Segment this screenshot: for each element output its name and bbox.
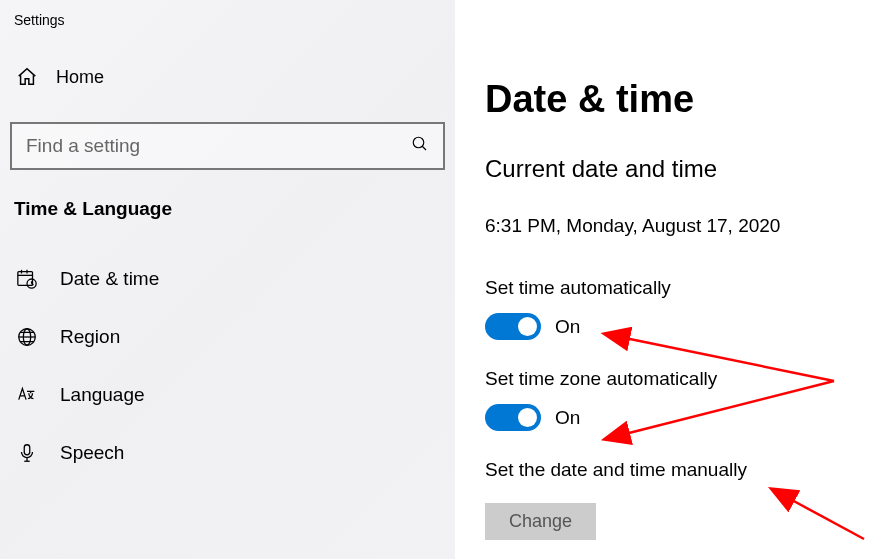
section-heading: Current date and time	[485, 155, 870, 183]
sidebar-item-date-time[interactable]: Date & time	[10, 250, 445, 308]
sidebar-item-language[interactable]: Language	[10, 366, 445, 424]
set-zone-auto-toggle[interactable]	[485, 404, 541, 431]
change-button[interactable]: Change	[485, 503, 596, 540]
sidebar-item-region[interactable]: Region	[10, 308, 445, 366]
svg-point-0	[413, 137, 424, 148]
set-time-auto-label: Set time automatically	[485, 277, 870, 299]
svg-rect-12	[24, 445, 30, 455]
language-icon	[16, 384, 38, 406]
sidebar-item-speech[interactable]: Speech	[10, 424, 445, 482]
sidebar-item-label: Language	[60, 384, 145, 406]
page-title: Date & time	[485, 78, 870, 121]
app-title: Settings	[10, 12, 445, 58]
set-time-auto-state: On	[555, 316, 580, 338]
home-nav[interactable]: Home	[10, 58, 445, 102]
sidebar-item-label: Region	[60, 326, 120, 348]
sidebar-item-label: Speech	[60, 442, 124, 464]
sidebar-item-label: Date & time	[60, 268, 159, 290]
svg-line-1	[422, 146, 426, 150]
category-title: Time & Language	[10, 194, 445, 250]
home-icon	[16, 66, 38, 88]
search-box[interactable]	[10, 122, 445, 170]
microphone-icon	[16, 442, 38, 464]
set-time-auto-toggle[interactable]	[485, 313, 541, 340]
calendar-clock-icon	[16, 268, 38, 290]
set-zone-auto-state: On	[555, 407, 580, 429]
set-manual-label: Set the date and time manually	[485, 459, 870, 481]
globe-icon	[16, 326, 38, 348]
home-label: Home	[56, 67, 104, 88]
set-zone-auto-label: Set time zone automatically	[485, 368, 870, 390]
search-input[interactable]	[26, 135, 411, 157]
search-icon	[411, 135, 429, 157]
current-datetime: 6:31 PM, Monday, August 17, 2020	[485, 215, 870, 237]
